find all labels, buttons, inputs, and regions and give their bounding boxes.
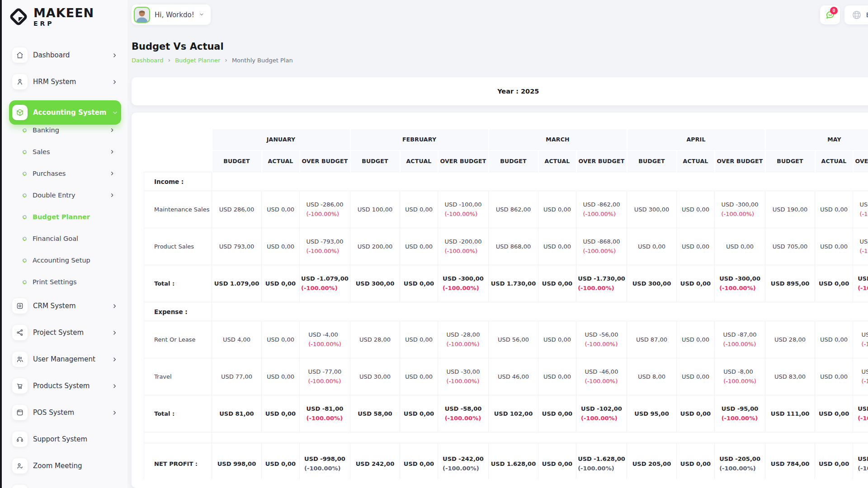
budget-cell: USD 0,00 xyxy=(627,228,677,265)
bullet-ring-icon xyxy=(22,192,27,197)
budget-cell: USD 205,00 xyxy=(627,443,677,479)
spacer-row xyxy=(144,432,868,443)
budget-table-scroll[interactable]: JANUARYFEBRUARYMARCHAPRILMAYBUDGETACTUAL… xyxy=(144,128,868,479)
sidebar-item-dashboard[interactable]: Dashboard xyxy=(9,47,122,63)
actual-cell: USD 0,00 xyxy=(400,358,438,395)
breadcrumb-link-dashboard[interactable]: Dashboard xyxy=(132,57,164,64)
bullet-ring-icon xyxy=(22,171,27,176)
breadcrumb-current-monthly-budget-plan: Monthly Budget Plan xyxy=(232,57,293,64)
actual-cell: USD 0,00 xyxy=(677,443,715,479)
row-label: Rent Or Lease xyxy=(144,321,212,358)
actual-cell: USD 0,00 xyxy=(538,228,576,265)
actual-cell: USD 0,00 xyxy=(262,321,300,358)
actual-cell: USD 0,00 xyxy=(815,228,853,265)
language-selector[interactable]: English xyxy=(844,5,868,24)
month-header-row: JANUARYFEBRUARYMARCHAPRILMAY xyxy=(144,129,868,150)
actual-cell: USD 0,00 xyxy=(538,191,576,228)
sidebar-subitem-label: Purchases xyxy=(33,170,66,177)
actual-cell: USD 0,00 xyxy=(677,358,715,395)
sidebar-item-zoom-meeting[interactable]: Zoom Meeting xyxy=(9,458,122,474)
sidebar-item-crm-system[interactable]: CRM System xyxy=(9,298,122,314)
budget-table-card: JANUARYFEBRUARYMARCHAPRILMAYBUDGETACTUAL… xyxy=(132,113,868,488)
chevron-right-icon xyxy=(109,149,115,155)
bullet-ring-icon xyxy=(22,279,27,284)
over-budget-cell: USD -111,00(-100.00%) xyxy=(853,395,868,432)
actual-cell: USD 0,00 xyxy=(538,265,576,302)
actual-cell: USD 0,00 xyxy=(815,321,853,358)
table-cell xyxy=(144,432,212,443)
column-header-budget: BUDGET xyxy=(765,150,815,172)
sidebar-item-project-system[interactable]: Project System xyxy=(9,324,122,341)
table-row-total: Total :USD 1.079,00USD 0,00USD -1.079,00… xyxy=(144,265,868,302)
month-header-january: JANUARY xyxy=(212,129,350,150)
sub-header-row: BUDGETACTUALOVER BUDGETBUDGETACTUALOVER … xyxy=(144,150,868,172)
sidebar-subitem-label: Print Settings xyxy=(33,278,76,286)
sidebar-subitem-budget-planner[interactable]: Budget Planner xyxy=(9,206,122,228)
column-header-budget: BUDGET xyxy=(212,150,262,172)
table-cell xyxy=(212,432,868,443)
chevron-right-icon xyxy=(109,192,115,198)
sidebar-subitem-print-settings[interactable]: Print Settings xyxy=(9,271,122,293)
column-header-over-budget: OVER BUDGET xyxy=(853,150,868,172)
breadcrumb-separator-icon: › xyxy=(225,56,227,64)
sidebar-subitem-double-entry[interactable]: Double Entry xyxy=(9,184,122,206)
brand-logo[interactable]: MAKEEN ERP xyxy=(2,0,127,29)
hrm-icon xyxy=(16,78,24,86)
sidebar-item-products-system[interactable]: Products System xyxy=(9,378,122,394)
over-budget-cell: USD -102,00(-100.00%) xyxy=(576,395,627,432)
chevron-down-icon xyxy=(112,110,118,116)
table-row-total: Total :USD 81,00USD 0,00USD -81,00(-100.… xyxy=(144,395,868,432)
budget-cell: USD 81,00 xyxy=(212,395,262,432)
sidebar-subitem-label: Double Entry xyxy=(33,192,75,199)
sidebar-item-messenger[interactable]: Messenger xyxy=(9,484,122,488)
sidebar-subitem-label: Accounting Setup xyxy=(33,257,90,264)
actual-cell: USD 0,00 xyxy=(538,321,576,358)
over-budget-cell: USD -242,00(-100.00%) xyxy=(438,443,489,479)
actual-cell: USD 0,00 xyxy=(815,395,853,432)
budget-cell: USD 1.730,00 xyxy=(489,265,538,302)
over-budget-cell: USD -998,00(-100.00%) xyxy=(300,443,350,479)
budget-cell: USD 30,00 xyxy=(350,358,400,395)
breadcrumb-link-budget-planner[interactable]: Budget Planner xyxy=(175,57,220,64)
breadcrumb: Dashboard›Budget Planner›Monthly Budget … xyxy=(132,56,868,64)
column-header-over-budget: OVER BUDGET xyxy=(715,150,765,172)
pos-icon xyxy=(16,408,24,417)
over-budget-cell: USD -87,00(-100.00%) xyxy=(715,321,765,358)
column-header-actual: ACTUAL xyxy=(400,150,438,172)
chevron-right-icon xyxy=(109,127,115,133)
budget-cell: USD 793,00 xyxy=(212,228,262,265)
budget-cell: USD 300,00 xyxy=(350,265,400,302)
messages-button[interactable]: 0 xyxy=(820,5,840,24)
row-label: Total : xyxy=(144,395,212,432)
chevron-down-icon xyxy=(199,10,204,19)
sidebar-item-label: POS System xyxy=(33,408,74,417)
table-cell xyxy=(212,302,868,321)
column-header-over-budget: OVER BUDGET xyxy=(576,150,627,172)
budget-vs-actual-table: JANUARYFEBRUARYMARCHAPRILMAYBUDGETACTUAL… xyxy=(144,128,868,479)
table-row-net-profit: NET PROFIT :USD 998,00USD 0,00USD -998,0… xyxy=(144,443,868,479)
brand-diamond-icon xyxy=(8,6,29,27)
sidebar-subitem-accounting-setup[interactable]: Accounting Setup xyxy=(9,249,122,271)
sidebar-item-support-system[interactable]: Support System xyxy=(9,431,122,447)
budget-cell: USD 28,00 xyxy=(765,321,815,358)
sidebar-subitem-sales[interactable]: Sales xyxy=(9,141,122,163)
sidebar-subitem-financial-goal[interactable]: Financial Goal xyxy=(9,228,122,249)
language-label: English xyxy=(866,11,868,19)
column-header-budget: BUDGET xyxy=(489,150,538,172)
sidebar-item-user-management[interactable]: User Management xyxy=(9,351,122,367)
zoom-icon xyxy=(16,462,24,470)
sidebar-subitem-banking[interactable]: Banking xyxy=(9,119,122,141)
sidebar-item-pos-system[interactable]: POS System xyxy=(9,404,122,421)
budget-cell: USD 242,00 xyxy=(350,443,400,479)
sidebar-item-hrm-system[interactable]: HRM System xyxy=(9,74,122,90)
page-title: Budget Vs Actual xyxy=(132,41,868,52)
actual-cell: USD 0,00 xyxy=(262,191,300,228)
budget-cell: USD 868,00 xyxy=(489,228,538,265)
budget-cell: USD 77,00 xyxy=(212,358,262,395)
notification-badge: 0 xyxy=(830,7,838,14)
brand-sub: ERP xyxy=(33,20,94,27)
section-row-expense: Expense : xyxy=(144,302,868,321)
over-budget-cell: USD -190,00(-100.00%) xyxy=(853,191,868,228)
profile-menu[interactable]: Hi, Workdo! xyxy=(132,5,211,25)
sidebar-subitem-purchases[interactable]: Purchases xyxy=(9,163,122,184)
